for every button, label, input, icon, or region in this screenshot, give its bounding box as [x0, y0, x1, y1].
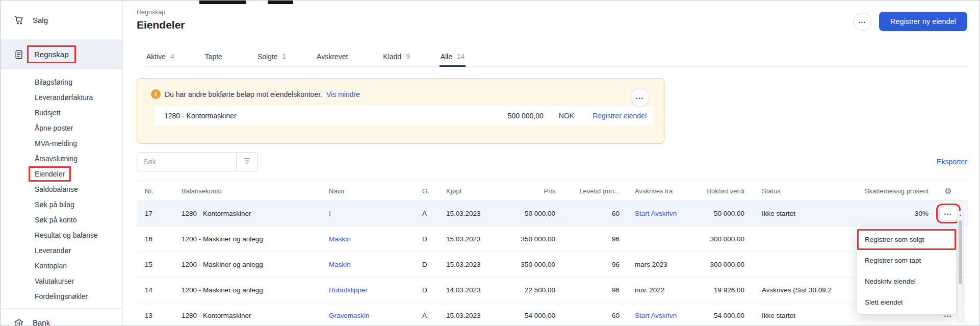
- tab-bar: Aktive 4 Tapte Solgte 1 Avskrevet: [145, 46, 967, 67]
- cell-nr: 13: [137, 312, 182, 319]
- sidebar-item-label: Salg: [33, 16, 48, 24]
- cell-pris: 54 000,00: [506, 312, 558, 319]
- sidebar-subitem[interactable]: Kontoplan: [1, 258, 122, 273]
- register-new-asset-button[interactable]: Registrer ny eiendel: [879, 12, 967, 31]
- table-settings-icon[interactable]: [944, 186, 951, 196]
- tab-count: 4: [170, 53, 174, 60]
- show-less-link[interactable]: Vis mindre: [326, 90, 360, 98]
- scrollbar-thumb[interactable]: [959, 220, 962, 284]
- cell-balansekonto: 1280 - Kontormaskiner: [182, 210, 329, 217]
- column-header[interactable]: Kjøpt: [446, 187, 506, 195]
- sidebar-subitem[interactable]: Søk på konto: [1, 212, 122, 228]
- column-header[interactable]: Nr.: [137, 187, 182, 195]
- table-row[interactable]: 16 1200 - Maskiner og anlegg Maskin D 15…: [137, 227, 968, 252]
- vertical-scrollbar[interactable]: ▲: [957, 211, 964, 322]
- account-currency: NOK: [559, 112, 574, 120]
- ellipsis-icon: [859, 18, 866, 26]
- cell-navn-link[interactable]: Maskin: [329, 235, 422, 243]
- cell-bokfort-verdi: 50 000,00: [698, 210, 749, 217]
- ledger-icon: [14, 49, 24, 60]
- column-header[interactable]: Bokført verdi: [698, 187, 749, 195]
- context-menu-item[interactable]: Nedskriv eiendel: [857, 271, 956, 292]
- sidebar-subitem[interactable]: MVA-melding: [1, 136, 122, 151]
- column-header[interactable]: Pris: [506, 187, 558, 195]
- export-link[interactable]: Eksporter: [937, 158, 967, 166]
- scrollbar-up-arrow-icon[interactable]: ▲: [958, 211, 963, 218]
- sidebar-subitem[interactable]: Leverandør: [1, 243, 122, 258]
- cell-kjopt: 15.03.2023: [446, 210, 506, 217]
- sidebar-subnav: Bilagsføring Leverandørfaktura Budsjett …: [1, 69, 122, 304]
- tab[interactable]: Alle 14: [440, 46, 466, 66]
- sidebar-subitem[interactable]: Resultat og balanse: [1, 228, 122, 243]
- sidebar-subitem[interactable]: Leverandørfaktura: [1, 90, 122, 105]
- info-icon: i: [151, 89, 161, 99]
- ellipsis-icon: [636, 94, 643, 102]
- table-row[interactable]: 15 1200 - Maskiner og anlegg Maskin D 15…: [137, 252, 968, 278]
- cell-levetid: 96: [558, 261, 624, 268]
- more-options-button[interactable]: [854, 13, 871, 31]
- cell-bokfort-verdi: 300 000,00: [698, 261, 749, 268]
- account-amount: 500 000,00: [508, 112, 544, 120]
- cell-navn-link[interactable]: Gravemaskin: [329, 312, 422, 319]
- page-header: Regnskap Eiendeler Registrer ny eiendel: [123, 1, 979, 31]
- context-menu-item[interactable]: Registrer som solgt: [857, 229, 956, 250]
- tab[interactable]: Kladd 9: [382, 46, 410, 66]
- sidebar-item-salg[interactable]: Salg: [1, 1, 122, 40]
- sidebar-subitem[interactable]: Eiendeler: [1, 166, 122, 182]
- sidebar-item-bank[interactable]: Bank: [1, 308, 122, 326]
- column-header[interactable]: Skattemessig prosent: [845, 187, 937, 195]
- column-header[interactable]: G.: [422, 187, 446, 195]
- sidebar-subitem[interactable]: Søk på bilag: [1, 197, 122, 212]
- sidebar-subitem[interactable]: Åpne poster: [1, 120, 122, 136]
- column-header[interactable]: Avskrives fra: [624, 187, 698, 195]
- cell-avskrives-fra[interactable]: mars 2023: [624, 261, 698, 268]
- tab[interactable]: Solgte 1: [256, 46, 287, 66]
- sidebar-subitem[interactable]: Bilagsføring: [1, 74, 122, 90]
- cell-pris: 350 000,00: [506, 235, 558, 243]
- cell-pris: 22 500,00: [506, 286, 558, 294]
- context-menu-item[interactable]: Registrer som tapt: [857, 250, 956, 271]
- search-input[interactable]: [137, 152, 237, 171]
- cell-nr: 16: [137, 235, 182, 243]
- breadcrumb[interactable]: Regnskap: [137, 9, 967, 16]
- cell-balansekonto: 1200 - Maskiner og anlegg: [182, 261, 329, 268]
- cell-avskrives-fra[interactable]: Start Avskrivn: [624, 312, 698, 319]
- cell-pris: 350 000,00: [506, 261, 558, 268]
- register-asset-link[interactable]: Registrer eiendel: [592, 112, 647, 120]
- assets-table: Nr. Balansekonto Navn G. Kjøpt Pris Leve…: [137, 181, 968, 326]
- column-header[interactable]: Status: [749, 187, 845, 195]
- sidebar-subitem[interactable]: Fordelingsnøkler: [1, 289, 122, 304]
- tab[interactable]: Aktive 4: [145, 46, 175, 66]
- column-header[interactable]: Balansekonto: [182, 187, 329, 195]
- cell-status: Ikke startet: [749, 312, 845, 319]
- filter-button[interactable]: [237, 152, 258, 171]
- cell-levetid: 60: [558, 312, 624, 319]
- cell-avskrives-fra[interactable]: Start Avskrivn: [624, 210, 698, 217]
- banner-message: Du har andre bokførte beløp mot eiendels…: [165, 90, 322, 98]
- sidebar-subitem[interactable]: Valutakurser: [1, 273, 122, 289]
- tab-count: 14: [457, 53, 465, 60]
- sidebar-subitem[interactable]: Budsjett: [1, 105, 122, 120]
- context-menu-item[interactable]: Slett eiendel: [857, 292, 956, 313]
- row-actions-button[interactable]: [939, 207, 958, 220]
- cell-navn-link[interactable]: I: [329, 210, 422, 217]
- row-context-menu: Registrer som solgt Registrer som tapt N…: [857, 227, 957, 315]
- cell-navn-link[interactable]: Maskin: [329, 261, 422, 268]
- cell-kjopt: 15.03.2023: [446, 261, 506, 268]
- cell-levetid: 96: [558, 286, 624, 294]
- cell-avskrives-fra[interactable]: nov. 2022: [624, 286, 698, 294]
- table-row[interactable]: 17 1280 - Kontormaskiner I A 15.03.2023 …: [137, 201, 968, 227]
- column-header[interactable]: Navn: [329, 187, 422, 195]
- sidebar-subitem[interactable]: Saldobalanse: [1, 182, 122, 197]
- sidebar-item-regnskap[interactable]: Regnskap: [1, 40, 122, 69]
- tab[interactable]: Tapte: [204, 46, 228, 66]
- sidebar-subitem[interactable]: Årsavslutning: [1, 151, 122, 166]
- banner-more-button[interactable]: [631, 89, 649, 106]
- cell-status: Ikke startet: [749, 210, 845, 217]
- cell-navn-link[interactable]: Robotklipper: [329, 286, 422, 294]
- table-row[interactable]: 13 1280 - Kontormaskiner Gravemaskin A 1…: [137, 303, 968, 326]
- column-header[interactable]: Levetid (mn...: [558, 187, 624, 195]
- tab[interactable]: Avskrevet: [316, 46, 353, 66]
- table-row[interactable]: 14 1200 - Maskiner og anlegg Robotklippe…: [137, 278, 968, 303]
- cart-icon: [14, 15, 24, 25]
